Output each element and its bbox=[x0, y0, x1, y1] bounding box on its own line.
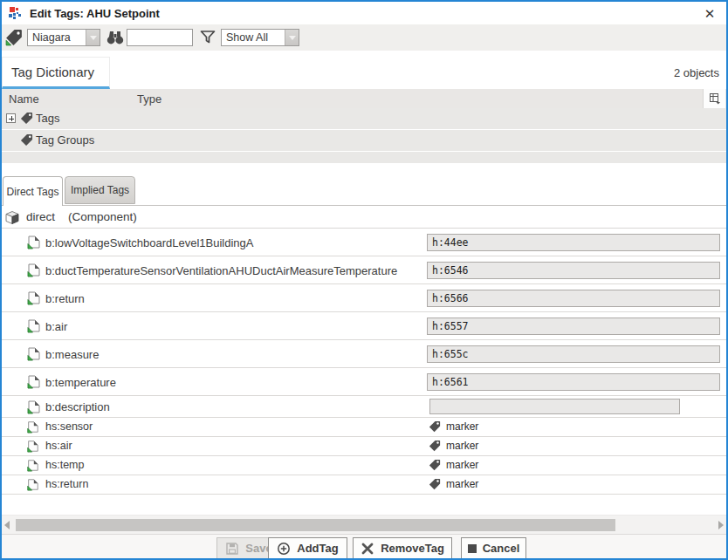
marker-tag-row[interactable]: hs:air marker bbox=[2, 437, 726, 456]
tag-icon bbox=[429, 420, 441, 433]
tag-row[interactable]: b:description bbox=[2, 396, 726, 418]
marker-value: marker bbox=[429, 440, 478, 452]
tree-row-tags[interactable]: Tags bbox=[2, 108, 726, 129]
marker-tag-row[interactable]: hs:sensor marker bbox=[2, 418, 726, 437]
tag-note-icon bbox=[26, 374, 41, 389]
tag-value-input[interactable] bbox=[427, 318, 720, 335]
tag-note-icon bbox=[26, 400, 41, 414]
title-bar: Edit Tags: AHU Setpoint ✕ bbox=[2, 2, 726, 24]
tag-row[interactable]: b:air bbox=[2, 312, 726, 340]
button-bar: Save AddTag RemoveTag Cancel bbox=[2, 534, 726, 558]
tag-icon bbox=[429, 459, 441, 471]
tree-item-label: Tag Groups bbox=[36, 133, 94, 147]
tag-name: b:temperature bbox=[45, 376, 116, 389]
tag-note-icon bbox=[26, 318, 41, 333]
tag-row[interactable]: b:temperature bbox=[2, 368, 726, 396]
tag-value-input[interactable] bbox=[429, 399, 680, 414]
floppy-save-icon bbox=[225, 542, 239, 556]
marker-tag-row[interactable]: hs:temp marker bbox=[2, 456, 726, 475]
remove-tag-label: RemoveTag bbox=[381, 542, 444, 555]
marker-label: marker bbox=[446, 478, 478, 490]
tag-note-icon bbox=[26, 346, 41, 361]
niagara-logo-icon bbox=[8, 6, 22, 20]
marker-label: marker bbox=[446, 440, 478, 452]
tab-direct-tags[interactable]: Direct Tags bbox=[3, 176, 63, 206]
marker-label: marker bbox=[446, 420, 478, 433]
tree-row-tag-groups[interactable]: Tag Groups bbox=[2, 130, 726, 151]
tag-icon bbox=[5, 29, 23, 46]
marker-value: marker bbox=[429, 459, 478, 471]
tab-tag-dictionary[interactable]: Tag Dictionary bbox=[2, 57, 110, 89]
toolbar: Niagara Show All bbox=[2, 24, 726, 51]
chevron-down-icon[interactable] bbox=[285, 30, 299, 45]
tags-tabs: Direct Tags Implied Tags bbox=[2, 176, 726, 205]
tag-name: b:description bbox=[45, 400, 110, 413]
tag-note-icon bbox=[26, 290, 41, 305]
object-count: 2 objects bbox=[674, 66, 719, 79]
chevron-down-icon[interactable] bbox=[86, 30, 100, 45]
marker-label: marker bbox=[446, 459, 478, 471]
scroll-right-arrow-icon[interactable] bbox=[715, 520, 724, 530]
tag-value-input[interactable] bbox=[427, 262, 720, 279]
stop-square-icon bbox=[468, 544, 477, 553]
search-binoculars-icon[interactable] bbox=[106, 29, 124, 46]
horizontal-scrollbar[interactable] bbox=[2, 515, 726, 534]
tag-row[interactable]: b:return bbox=[2, 284, 726, 312]
tag-note-icon bbox=[26, 478, 39, 491]
edit-tags-dialog: Edit Tags: AHU Setpoint ✕ Niagara Show A… bbox=[0, 0, 728, 560]
plus-circle-icon bbox=[277, 542, 291, 556]
cancel-button[interactable]: Cancel bbox=[461, 537, 526, 559]
marker-value: marker bbox=[429, 420, 478, 433]
tag-icon bbox=[20, 112, 33, 125]
tag-note-icon bbox=[26, 440, 39, 453]
tag-row[interactable]: b:measure bbox=[2, 340, 726, 368]
tag-name: b:lowVoltageSwitchboardLevel1BuildingA bbox=[45, 236, 254, 249]
tag-name: hs:sensor bbox=[45, 420, 93, 433]
column-header-name: Name bbox=[9, 92, 39, 106]
dialog-title: Edit Tags: AHU Setpoint bbox=[30, 7, 160, 20]
component-cube-icon bbox=[4, 209, 20, 225]
dictionary-select-value: Niagara bbox=[28, 30, 86, 45]
add-tag-button[interactable]: AddTag bbox=[268, 537, 347, 559]
tag-value-input[interactable] bbox=[427, 290, 720, 307]
marker-value: marker bbox=[429, 478, 478, 490]
tag-name: hs:return bbox=[45, 478, 88, 490]
scrollbar-thumb[interactable] bbox=[16, 519, 615, 531]
tag-note-icon bbox=[26, 459, 39, 472]
tab-implied-tags[interactable]: Implied Tags bbox=[65, 176, 135, 204]
scroll-left-arrow-icon[interactable] bbox=[4, 520, 13, 530]
tag-value-input[interactable] bbox=[427, 373, 720, 391]
tag-name: b:measure bbox=[45, 348, 99, 361]
tag-value-input[interactable] bbox=[427, 345, 720, 363]
search-input[interactable] bbox=[127, 29, 193, 46]
column-header-type: Type bbox=[137, 92, 161, 106]
show-filter-select[interactable]: Show All bbox=[221, 29, 299, 46]
close-icon[interactable]: ✕ bbox=[701, 5, 718, 23]
expand-plus-icon[interactable] bbox=[6, 113, 16, 123]
target-name: direct bbox=[26, 210, 55, 223]
tag-icon bbox=[20, 133, 33, 147]
marker-tag-row[interactable]: hs:return marker bbox=[2, 475, 726, 495]
dictionary-select[interactable]: Niagara bbox=[27, 29, 100, 46]
tag-name: b:return bbox=[45, 292, 85, 305]
table-options-icon bbox=[709, 92, 721, 105]
add-tag-label: AddTag bbox=[297, 542, 338, 555]
x-remove-icon bbox=[361, 542, 374, 556]
tag-icon bbox=[429, 478, 441, 490]
tag-row[interactable]: b:ductTemperatureSensorVentilationAHUDuc… bbox=[2, 256, 726, 284]
dictionary-tree: Tags Tag Groups bbox=[2, 108, 726, 163]
table-options-button[interactable] bbox=[703, 89, 725, 108]
tag-value-input[interactable] bbox=[427, 234, 720, 251]
target-component-row[interactable]: direct (Component) bbox=[2, 206, 726, 229]
cancel-label: Cancel bbox=[483, 542, 520, 555]
filter-funnel-icon[interactable] bbox=[199, 29, 216, 46]
tag-row[interactable]: b:lowVoltageSwitchboardLevel1BuildingA bbox=[2, 229, 726, 256]
dictionary-table-header: Name Type bbox=[2, 89, 726, 108]
direct-tags-panel: direct (Component) b:lowVoltageSwitchboa… bbox=[2, 205, 726, 495]
tag-name: hs:air bbox=[45, 440, 72, 452]
tag-note-icon bbox=[26, 235, 41, 249]
remove-tag-button[interactable]: RemoveTag bbox=[353, 537, 452, 559]
tag-name: hs:temp bbox=[45, 459, 84, 471]
tag-name: b:ductTemperatureSensorVentilationAHUDuc… bbox=[45, 264, 397, 277]
dictionary-tab-row: Tag Dictionary 2 objects bbox=[2, 51, 726, 89]
